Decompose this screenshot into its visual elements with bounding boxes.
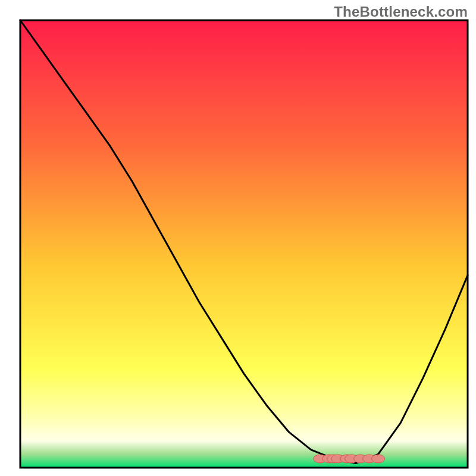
watermark-label: TheBottleneck.com <box>334 4 468 20</box>
gradient-background <box>20 20 468 468</box>
chart-container: TheBottleneck.com <box>0 0 476 476</box>
optimal-markers <box>314 455 385 463</box>
bottleneck-chart <box>0 0 476 476</box>
optimal-marker <box>372 455 385 463</box>
